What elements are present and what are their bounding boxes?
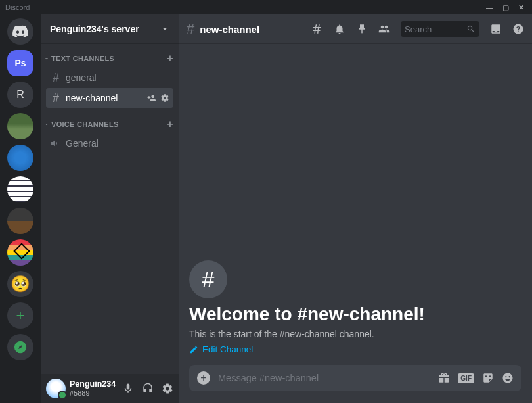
help-icon[interactable]: ?	[512, 23, 524, 35]
guild-emoji[interactable]: 🥺	[7, 271, 33, 297]
window-maximize-icon[interactable]: ▢	[502, 3, 509, 12]
add-channel-button[interactable]: +	[167, 118, 173, 130]
channel-sidebar: Penguin234's server TEXT CHANNELS + # ge…	[41, 14, 179, 403]
server-header[interactable]: Penguin234's server	[41, 14, 179, 43]
chat-area: # new-channel ? # Welcome to #new-channe…	[179, 14, 532, 403]
user-panel: Penguin234 #5889	[41, 374, 179, 403]
threads-icon[interactable]	[311, 23, 323, 35]
user-name: Penguin234	[70, 380, 116, 389]
guild-city[interactable]	[7, 208, 33, 234]
chat-body: # Welcome to #new-channel! This is the s…	[179, 43, 532, 365]
deafen-icon[interactable]	[142, 383, 154, 394]
window-close-icon[interactable]: ✕	[518, 3, 524, 12]
add-server-button[interactable]: +	[7, 302, 33, 329]
avatar[interactable]	[46, 379, 66, 398]
hash-icon: #	[50, 71, 62, 85]
pencil-icon	[189, 345, 198, 354]
guild-blue[interactable]	[7, 145, 33, 171]
discord-logo-icon	[12, 25, 29, 38]
app-name: Discord	[5, 3, 30, 11]
channel-new-channel[interactable]: # new-channel	[46, 88, 173, 108]
welcome-subtitle: This is the start of the #new-channel ch…	[189, 329, 521, 339]
channel-label: General	[66, 138, 99, 149]
channel-general[interactable]: # general	[46, 68, 173, 87]
chevron-down-icon	[43, 121, 50, 128]
home-button[interactable]	[7, 18, 33, 45]
chevron-down-icon	[43, 55, 50, 62]
search-icon	[466, 24, 476, 34]
guild-rainbow[interactable]	[7, 239, 33, 266]
welcome-hash-icon: #	[189, 260, 227, 298]
message-composer[interactable]: + Message #new-channel GIF	[189, 365, 521, 391]
speaker-icon	[50, 138, 62, 149]
search-box[interactable]	[401, 21, 479, 37]
hash-icon: #	[187, 20, 194, 37]
explore-servers-button[interactable]	[7, 334, 33, 360]
attach-button[interactable]: +	[197, 371, 210, 385]
invite-icon[interactable]	[147, 93, 156, 103]
guild-lines[interactable]	[7, 176, 33, 202]
window-minimize-icon[interactable]: —	[486, 3, 493, 12]
chat-header: # new-channel ?	[179, 14, 532, 43]
voice-channels-category[interactable]: VOICE CHANNELS +	[41, 116, 179, 133]
edit-channel-link[interactable]: Edit Channel	[189, 344, 521, 354]
category-label: TEXT CHANNELS	[51, 55, 114, 62]
guild-r[interactable]: R	[7, 82, 33, 108]
user-tag: #5889	[70, 389, 116, 397]
compass-icon	[14, 341, 27, 354]
chevron-down-icon	[160, 24, 169, 34]
add-channel-button[interactable]: +	[167, 53, 173, 64]
channel-label: new-channel	[66, 93, 118, 103]
channel-title: new-channel	[200, 24, 259, 35]
inbox-icon[interactable]	[490, 23, 502, 35]
hash-icon: #	[50, 91, 62, 105]
category-label: VOICE CHANNELS	[51, 120, 119, 128]
gif-button[interactable]: GIF	[458, 373, 474, 383]
mute-icon[interactable]	[122, 383, 134, 394]
settings-icon[interactable]	[162, 383, 173, 394]
titlebar: Discord — ▢ ✕	[0, 0, 532, 14]
gift-icon[interactable]	[438, 372, 450, 384]
guild-list: Ps R 🥺 +	[0, 14, 41, 403]
members-icon[interactable]	[378, 23, 390, 35]
text-channels-category[interactable]: TEXT CHANNELS +	[41, 50, 179, 67]
svg-text:?: ?	[516, 25, 520, 33]
channel-label: general	[66, 72, 97, 83]
composer-placeholder[interactable]: Message #new-channel	[218, 373, 430, 383]
gear-icon[interactable]	[160, 93, 169, 103]
welcome-title: Welcome to #new-channel!	[189, 304, 521, 325]
emoji-icon[interactable]	[502, 372, 514, 384]
voice-channel-general[interactable]: General	[46, 133, 173, 153]
edit-channel-label: Edit Channel	[202, 344, 253, 354]
search-input[interactable]	[405, 24, 457, 34]
guild-ps[interactable]: Ps	[7, 50, 33, 76]
bell-icon[interactable]	[334, 23, 345, 35]
server-name: Penguin234's server	[50, 24, 139, 34]
pin-icon[interactable]	[356, 23, 368, 35]
guild-landscape[interactable]	[7, 113, 33, 139]
sticker-icon[interactable]	[482, 372, 494, 384]
